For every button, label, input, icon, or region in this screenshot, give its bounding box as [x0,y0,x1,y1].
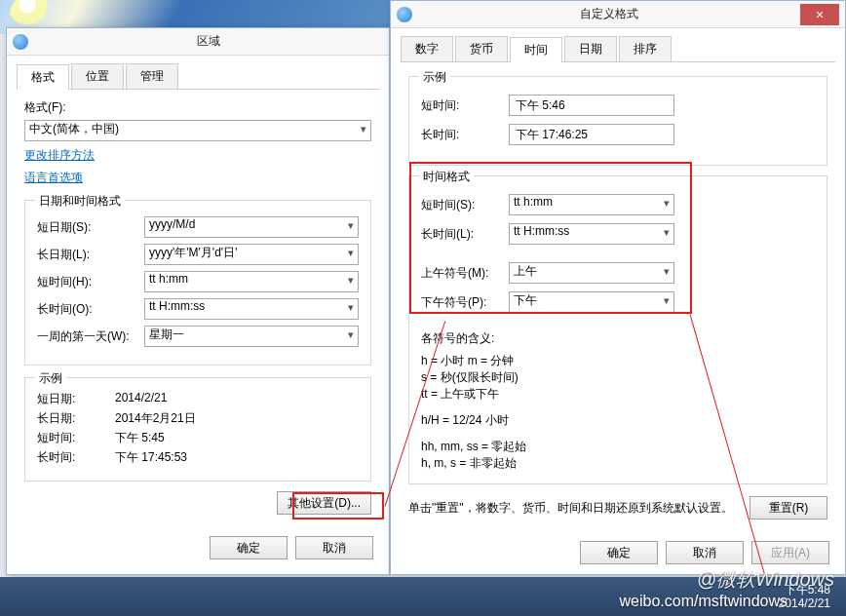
first-day-select[interactable]: 星期一 [144,326,359,347]
tab-location[interactable]: 位置 [71,63,124,89]
tray-date: 2014/2/21 [779,597,830,610]
region-title: 区域 [34,33,383,50]
ex-long-date: 2014年2月21日 [115,410,196,427]
taskbar: 下午5:48 2014/2/21 [0,577,846,616]
region-ok-button[interactable]: 确定 [210,536,288,559]
reset-hint: 单击"重置"，将数字、货币、时间和日期还原到系统默认设置。 [408,500,738,517]
tab-date[interactable]: 日期 [564,36,617,61]
custom-apply-button[interactable]: 应用(A) [751,541,829,564]
tab-format[interactable]: 格式 [17,64,69,90]
custom-title: 自定义格式 [418,6,800,22]
custom-ok-button[interactable]: 确定 [580,541,658,564]
long-time-select[interactable]: tt H:mm:ss [144,298,359,320]
custom-cancel-button[interactable]: 取消 [666,541,744,564]
custom-titlebar: 自定义格式 × [391,1,845,28]
custom-example-group: 示例 短时间:下午 5:46 长时间:下午 17:46:25 [408,76,827,166]
link-language-pref[interactable]: 语言首选项 [24,170,371,186]
time-format-group: 时间格式 短时间(S):tt h:mm 长时间(L):tt H:mm:ss 上午… [408,175,827,484]
system-tray[interactable]: 下午5:48 2014/2/21 [779,583,830,610]
legend: 各符号的含义: h = 小时 m = 分钟 s = 秒(仅限长时间) tt = … [421,330,815,472]
ex-short-time: 下午 5:45 [115,430,165,446]
datetime-format-group: 日期和时间格式 短日期(S):yyyy/M/d 长日期(L):yyyy'年'M'… [24,200,371,366]
reset-button[interactable]: 重置(R) [750,496,827,520]
tab-admin[interactable]: 管理 [126,63,178,89]
short-time-format-select[interactable]: tt h:mm [509,194,674,215]
ex-long-time-value: 下午 17:46:25 [509,124,674,145]
pm-symbol-select[interactable]: 下午 [509,291,674,313]
tab-time[interactable]: 时间 [510,37,562,62]
long-time-format-select[interactable]: tt H:mm:ss [509,223,674,245]
region-cancel-button[interactable]: 取消 [295,536,373,559]
long-date-select[interactable]: yyyy'年'M'月'd'日' [144,244,359,265]
am-symbol-select[interactable]: 上午 [509,262,674,284]
ex-short-time-value: 下午 5:46 [509,95,674,116]
tray-time: 下午5:48 [779,583,830,597]
short-date-select[interactable]: yyyy/M/d [144,216,359,238]
tab-currency[interactable]: 货币 [455,36,508,61]
globe-icon [13,34,28,50]
example-group: 示例 短日期:2014/2/21 长日期:2014年2月21日 短时间:下午 5… [24,377,371,481]
ex-short-date: 2014/2/21 [115,391,167,407]
custom-tabs: 数字 货币 时间 日期 排序 [401,36,835,62]
custom-format-dialog: 自定义格式 × 数字 货币 时间 日期 排序 示例 短时间:下午 5:46 长时… [390,0,846,575]
tab-sort[interactable]: 排序 [619,36,672,61]
short-time-select[interactable]: tt h:mm [144,271,359,292]
ex-long-time: 下午 17:45:53 [115,449,187,466]
other-settings-button[interactable]: 其他设置(D)... [277,491,371,515]
link-sort-method[interactable]: 更改排序方法 [24,147,371,164]
format-select[interactable]: 中文(简体，中国) [24,120,371,141]
region-tabs: 格式 位置 管理 [17,63,379,90]
format-label: 格式(F): [24,99,371,116]
region-dialog: 区域 格式 位置 管理 格式(F): 中文(简体，中国) 更改排序方法 语言首选… [6,27,390,575]
globe-icon [397,7,412,22]
close-button[interactable]: × [800,4,839,25]
region-titlebar: 区域 [7,28,389,56]
tab-number[interactable]: 数字 [401,36,453,61]
